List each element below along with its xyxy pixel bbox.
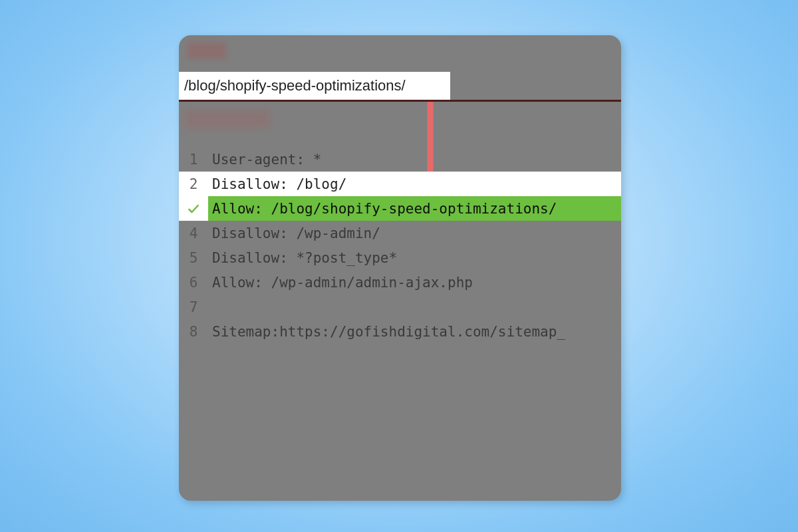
line-number: 8 bbox=[179, 319, 208, 344]
line-number: 4 bbox=[179, 221, 208, 245]
code-line[interactable]: 4 Disallow: /wp-admin/ bbox=[179, 221, 621, 245]
check-icon-gutter bbox=[179, 196, 208, 221]
code-line-allowed[interactable]: Allow: /blog/shopify-speed-optimizations… bbox=[179, 196, 621, 221]
url-input-text: /blog/shopify-speed-optimizations/ bbox=[184, 77, 406, 94]
editor-panel: /blog/shopify-speed-optimizations/ 1 Use… bbox=[179, 35, 621, 501]
url-input-bar[interactable]: /blog/shopify-speed-optimizations/ bbox=[179, 72, 450, 100]
code-line[interactable]: 5 Disallow: *?post_type* bbox=[179, 245, 621, 270]
code-text: Disallow: *?post_type* bbox=[208, 245, 621, 270]
line-number: 7 bbox=[179, 295, 208, 319]
background-stage: /blog/shopify-speed-optimizations/ 1 Use… bbox=[0, 0, 798, 532]
line-number: 6 bbox=[179, 270, 208, 295]
code-line[interactable]: 7 bbox=[179, 295, 621, 319]
code-text: User-agent: * bbox=[208, 147, 621, 172]
line-number: 1 bbox=[179, 147, 208, 172]
code-text: Disallow: /wp-admin/ bbox=[208, 221, 621, 245]
code-text: Disallow: /blog/ bbox=[208, 172, 621, 196]
code-text: Allow: /blog/shopify-speed-optimizations… bbox=[208, 196, 621, 221]
url-underline bbox=[179, 100, 621, 102]
tab-blur-secondary bbox=[184, 110, 271, 128]
code-text: Sitemap:https://gofishdigital.com/sitema… bbox=[208, 319, 621, 344]
code-line-highlighted[interactable]: 2 Disallow: /blog/ bbox=[179, 172, 621, 196]
code-line[interactable]: 1 User-agent: * bbox=[179, 147, 621, 172]
code-editor[interactable]: 1 User-agent: * 2 Disallow: /blog/ Allow… bbox=[179, 147, 621, 344]
line-number: 5 bbox=[179, 245, 208, 270]
code-line[interactable]: 6 Allow: /wp-admin/admin-ajax.php bbox=[179, 270, 621, 295]
code-text bbox=[208, 295, 621, 319]
code-text: Allow: /wp-admin/admin-ajax.php bbox=[208, 270, 621, 295]
tab-blur-top bbox=[187, 42, 227, 59]
line-number: 2 bbox=[179, 172, 208, 196]
check-icon bbox=[187, 202, 200, 215]
code-line[interactable]: 8 Sitemap:https://gofishdigital.com/site… bbox=[179, 319, 621, 344]
